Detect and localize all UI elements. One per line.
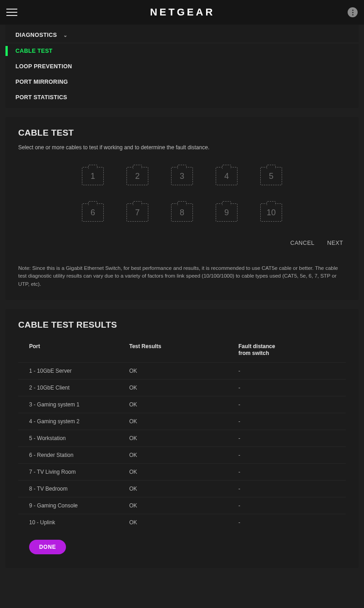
port-5[interactable]: 5: [260, 167, 282, 185]
chevron-down-icon: ⌄: [63, 32, 67, 38]
cell-fault: -: [238, 368, 335, 374]
cell-port: 6 - Render Station: [29, 452, 129, 458]
cell-port: 4 - Gaming system 2: [29, 418, 129, 425]
port-3[interactable]: 3: [171, 167, 193, 185]
cell-port: 1 - 10GbE Server: [29, 368, 129, 374]
more-options-icon[interactable]: [348, 7, 358, 17]
cell-result: OK: [129, 385, 238, 391]
cell-port: 8 - TV Bedroom: [29, 486, 129, 492]
cell-port: 5 - Workstation: [29, 435, 129, 441]
cell-fault: -: [238, 435, 335, 441]
col-port: Port: [29, 343, 129, 357]
port-9[interactable]: 9: [216, 203, 238, 222]
cell-result: OK: [129, 418, 238, 425]
port-4[interactable]: 4: [216, 167, 238, 185]
cable-test-actions: CANCEL NEXT: [18, 240, 346, 246]
results-header-row: Port Test Results Fault distancefrom swi…: [18, 338, 346, 362]
cable-test-help: Select one or more cables to test if wor…: [18, 144, 346, 151]
cell-fault: -: [238, 519, 335, 526]
table-row: 9 - Gaming ConsoleOK-: [18, 497, 346, 514]
table-row: 8 - TV BedroomOK-: [18, 480, 346, 497]
menu-icon[interactable]: [6, 6, 17, 18]
table-row: 1 - 10GbE ServerOK-: [18, 362, 346, 379]
top-bar: NETGEAR: [0, 0, 364, 25]
table-row: 4 - Gaming system 2OK-: [18, 413, 346, 430]
cell-result: OK: [129, 368, 238, 374]
cell-result: OK: [129, 435, 238, 441]
cell-fault: -: [238, 401, 335, 408]
nav-item-port-mirroring[interactable]: PORT MIRRORING: [5, 74, 359, 90]
cell-fault: -: [238, 469, 335, 475]
results-title: CABLE TEST RESULTS: [18, 320, 346, 330]
cell-fault: -: [238, 418, 335, 425]
cell-result: OK: [129, 452, 238, 458]
port-7[interactable]: 7: [126, 203, 148, 222]
cell-result: OK: [129, 401, 238, 408]
next-button[interactable]: NEXT: [327, 240, 343, 246]
col-result: Test Results: [129, 343, 238, 357]
nav-item-loop-prevention[interactable]: LOOP PREVENTION: [5, 59, 359, 74]
cable-test-card: CABLE TEST Select one or more cables to …: [5, 117, 359, 300]
cell-port: 2 - 10GbE Client: [29, 385, 129, 391]
table-row: 10 - UplinkOK-: [18, 514, 346, 531]
diagnostics-nav: DIAGNOSTICS ⌄ CABLE TESTLOOP PREVENTIONP…: [5, 25, 359, 108]
cell-result: OK: [129, 469, 238, 475]
cancel-button[interactable]: CANCEL: [290, 240, 314, 246]
cell-fault: -: [238, 452, 335, 458]
cell-fault: -: [238, 502, 335, 509]
table-row: 6 - Render StationOK-: [18, 446, 346, 463]
cell-port: 7 - TV Living Room: [29, 469, 129, 475]
results-card: CABLE TEST RESULTS Port Test Results Fau…: [5, 309, 359, 568]
table-row: 3 - Gaming system 1OK-: [18, 396, 346, 413]
cell-result: OK: [129, 502, 238, 509]
nav-section-diagnostics[interactable]: DIAGNOSTICS ⌄: [5, 27, 359, 43]
table-row: 7 - TV Living RoomOK-: [18, 463, 346, 480]
cell-port: 3 - Gaming system 1: [29, 401, 129, 408]
cable-test-title: CABLE TEST: [18, 128, 346, 138]
cable-test-note: Note: Since this is a Gigabit Ethernet S…: [18, 264, 346, 288]
port-grid: 12345 678910: [18, 167, 346, 222]
nav-item-cable-test[interactable]: CABLE TEST: [5, 43, 359, 59]
done-button[interactable]: DONE: [29, 540, 66, 554]
nav-section-label: DIAGNOSTICS: [15, 32, 57, 38]
col-fault: Fault distancefrom switch: [238, 343, 335, 357]
cell-result: OK: [129, 519, 238, 526]
cell-fault: -: [238, 385, 335, 391]
port-10[interactable]: 10: [260, 203, 282, 222]
port-6[interactable]: 6: [82, 203, 104, 222]
table-row: 5 - WorkstationOK-: [18, 430, 346, 446]
port-2[interactable]: 2: [126, 167, 148, 185]
cell-result: OK: [129, 486, 238, 492]
table-row: 2 - 10GbE ClientOK-: [18, 379, 346, 396]
nav-item-port-statistics[interactable]: PORT STATISTICS: [5, 90, 359, 105]
cell-port: 9 - Gaming Console: [29, 502, 129, 509]
port-1[interactable]: 1: [82, 167, 104, 185]
brand-logo: NETGEAR: [150, 6, 215, 18]
cell-port: 10 - Uplink: [29, 519, 129, 526]
cell-fault: -: [238, 486, 335, 492]
port-8[interactable]: 8: [171, 203, 193, 222]
